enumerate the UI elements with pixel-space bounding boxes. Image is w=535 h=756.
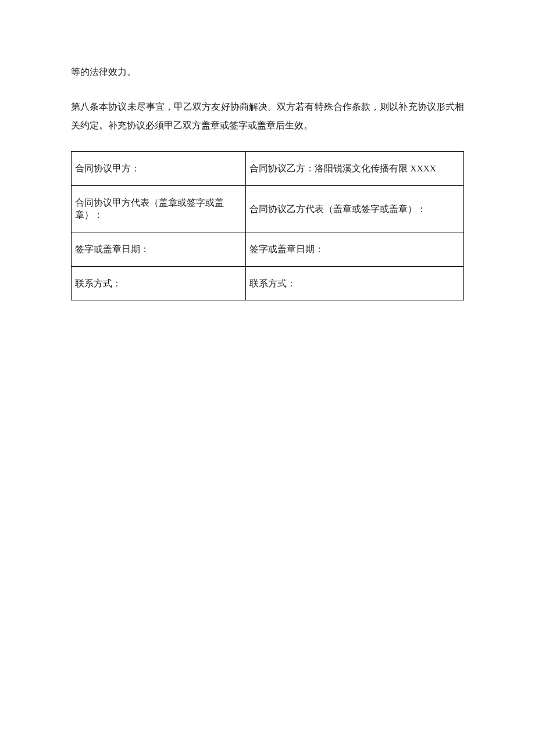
party-a-rep-cell: 合同协议甲方代表（盖章或签字或盖章）：: [72, 185, 246, 232]
document-page: 等的法律效力。 第八条本协议未尽事宜，甲乙双方友好协商解决。双方若有特殊合作条款…: [0, 0, 535, 756]
paragraph-fragment: 等的法律效力。: [71, 63, 464, 81]
party-b-name-cell: 合同协议乙方：洛阳锐溪文化传播有限 XXXX: [246, 152, 464, 186]
party-b-rep-cell: 合同协议乙方代表（盖章或签字或盖章）：: [246, 185, 464, 232]
party-a-name-cell: 合同协议甲方：: [72, 152, 246, 186]
party-a-date-cell: 签字或盖章日期：: [72, 232, 246, 267]
signature-table: 合同协议甲方： 合同协议乙方：洛阳锐溪文化传播有限 XXXX 合同协议甲方代表（…: [71, 151, 464, 300]
party-b-date-cell: 签字或盖章日期：: [246, 232, 464, 267]
table-row: 合同协议甲方： 合同协议乙方：洛阳锐溪文化传播有限 XXXX: [72, 152, 464, 186]
party-b-contact-cell: 联系方式：: [246, 266, 464, 300]
paragraph-article-8: 第八条本协议未尽事宜，甲乙双方友好协商解决。双方若有特殊合作条款，则以补充协议形…: [71, 98, 464, 135]
table-row: 合同协议甲方代表（盖章或签字或盖章）： 合同协议乙方代表（盖章或签字或盖章）：: [72, 185, 464, 232]
table-row: 联系方式： 联系方式：: [72, 266, 464, 300]
table-row: 签字或盖章日期： 签字或盖章日期：: [72, 232, 464, 267]
party-a-contact-cell: 联系方式：: [72, 266, 246, 300]
